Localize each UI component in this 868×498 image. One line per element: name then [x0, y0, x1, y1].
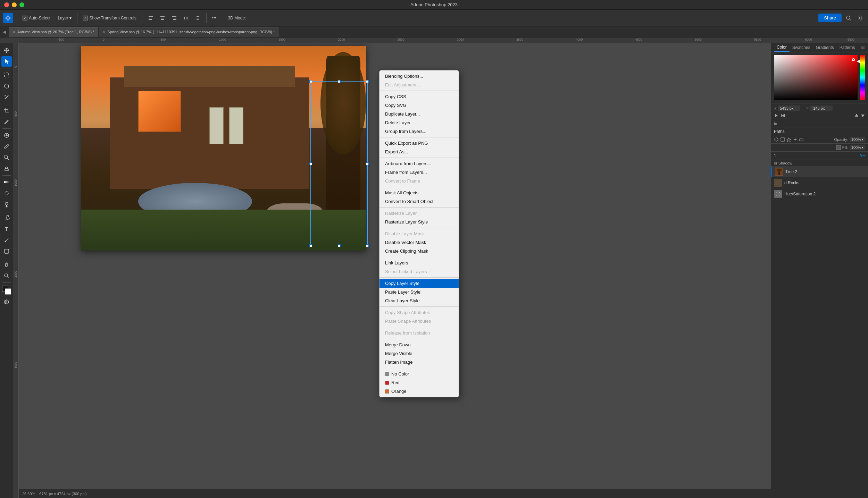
tool-text[interactable]: T: [1, 224, 12, 234]
menu-item-disable-vector-mask[interactable]: Disable Vector Mask: [379, 238, 459, 247]
menu-item-mask-all-objects[interactable]: Mask All Objects: [379, 188, 459, 197]
tab-gradients[interactable]: Gradients: [813, 43, 837, 52]
menu-item-blending-options[interactable]: Blending Options...: [379, 72, 459, 81]
layer-item-rocks[interactable]: d Rocks: [771, 177, 868, 188]
search-button[interactable]: [844, 14, 853, 22]
playback-controls: [774, 113, 865, 118]
lock-icon-1[interactable]: [836, 145, 841, 150]
menu-item-paste-layer-style[interactable]: Paste Layer Style: [379, 288, 459, 296]
tool-move[interactable]: [1, 45, 12, 56]
tool-brush[interactable]: [1, 141, 12, 152]
tab-spring-view[interactable]: ✕ Spring View.psb @ 16.7% (111–1110391_s…: [99, 27, 279, 37]
tool-zoom[interactable]: [1, 271, 12, 281]
path-icon-5[interactable]: [799, 137, 804, 142]
tool-clone[interactable]: [1, 152, 12, 163]
show-transform-toggle[interactable]: ✓ Show Transform Controls: [81, 14, 138, 22]
tool-dodge[interactable]: [1, 199, 12, 210]
color-picker[interactable]: [774, 55, 865, 100]
tool-hand[interactable]: [1, 260, 12, 270]
menu-item-quick-export-as-png[interactable]: Quick Export as PNG: [379, 139, 459, 147]
menu-item-flatten-image[interactable]: Flatten Image: [379, 358, 459, 366]
more-options-button[interactable]: •••: [210, 14, 219, 22]
share-button[interactable]: Share: [818, 14, 842, 22]
auto-select-toggle[interactable]: ✓ Auto-Select:: [20, 14, 53, 22]
tool-blur[interactable]: [1, 188, 12, 199]
move-tool-button[interactable]: [3, 13, 13, 23]
tab-color[interactable]: Color: [774, 43, 790, 52]
tool-eraser[interactable]: [1, 163, 12, 174]
svg-rect-26: [4, 181, 9, 183]
3d-mode[interactable]: 3D Mode:: [226, 14, 248, 22]
tab-collapse-icon[interactable]: ◀: [3, 29, 6, 34]
tool-lasso[interactable]: [1, 81, 12, 91]
menu-item-artboard-from-layers[interactable]: Artboard from Layers...: [379, 159, 459, 168]
close-button[interactable]: [4, 2, 9, 7]
opacity-control[interactable]: 100% ▾: [850, 137, 865, 142]
step-back-icon[interactable]: [781, 113, 786, 118]
tab-autumn-view[interactable]: ✕ Autumn View.psb @ 26.7% (Tree 1, RGB/8…: [9, 27, 98, 37]
up-arrow-icon[interactable]: [854, 113, 859, 118]
settings-button[interactable]: [856, 14, 865, 22]
auto-select-checkbox[interactable]: ✓: [23, 16, 27, 20]
layer-dropdown[interactable]: Layer ▾: [56, 14, 74, 22]
menu-item-frame-from-layers[interactable]: Frame from Layers...: [379, 168, 459, 177]
menu-item-copy-css[interactable]: Copy CSS: [379, 92, 459, 101]
path-icon-2[interactable]: [780, 137, 785, 142]
down-arrow-icon[interactable]: [860, 113, 865, 118]
menu-item-copy-layer-style[interactable]: Copy Layer Style: [379, 279, 459, 288]
tab-patterns[interactable]: Patterns: [837, 43, 858, 52]
tool-wand[interactable]: [1, 92, 12, 102]
menu-item-convert-to-smart-object[interactable]: Convert to Smart Object: [379, 197, 459, 206]
color-panel-options[interactable]: [860, 45, 865, 51]
layer-item-tree2[interactable]: Tree 2: [771, 166, 868, 177]
fill-control[interactable]: 100% ▾: [850, 145, 865, 150]
tool-gradient[interactable]: [1, 177, 12, 187]
menu-item-red[interactable]: Red: [379, 378, 459, 387]
menu-item-orange[interactable]: Orange: [379, 387, 459, 396]
tool-healing[interactable]: [1, 130, 12, 141]
transform-checkbox[interactable]: ✓: [83, 16, 88, 20]
tool-path-select[interactable]: [1, 235, 12, 245]
menu-item-group-from-layers[interactable]: Group from Layers...: [379, 127, 459, 136]
tool-shape[interactable]: [1, 246, 12, 256]
menu-item-clear-layer-style[interactable]: Clear Layer Style: [379, 296, 459, 305]
menu-item-export-as[interactable]: Export As...: [379, 147, 459, 156]
tool-pen[interactable]: [1, 213, 12, 223]
path-icon-4[interactable]: [793, 137, 798, 142]
x-value[interactable]: 5433 px: [778, 105, 800, 111]
distribute-v[interactable]: [193, 14, 203, 22]
align-center[interactable]: [158, 14, 167, 22]
foreground-bg-colors[interactable]: [1, 285, 12, 295]
tool-eyedropper[interactable]: [1, 117, 12, 127]
path-icon-3[interactable]: [786, 137, 791, 142]
distribute-h[interactable]: [181, 14, 191, 22]
tool-move-select[interactable]: [1, 56, 12, 67]
menu-item-rasterize-layer-style[interactable]: Rasterize Layer Style: [379, 218, 459, 226]
menu-item-merge-down[interactable]: Merge Down: [379, 340, 459, 349]
hue-slider[interactable]: [860, 55, 865, 100]
menu-item-link-layers[interactable]: Link Layers: [379, 259, 459, 267]
path-icon-1[interactable]: [774, 137, 779, 142]
tool-crop[interactable]: [1, 105, 12, 116]
tool-quick-mask[interactable]: [1, 297, 12, 307]
tab-swatches[interactable]: Swatches: [790, 43, 813, 52]
y-value[interactable]: -146 px: [810, 105, 833, 111]
right-panel: Color Swatches Gradients Patterns: [771, 43, 868, 498]
minimize-button[interactable]: [12, 2, 17, 7]
fx-button[interactable]: fx+: [860, 153, 865, 158]
align-right[interactable]: [169, 14, 179, 22]
tool-marquee[interactable]: [1, 70, 12, 80]
tab-close-spring[interactable]: ✕: [103, 30, 106, 34]
align-left[interactable]: [146, 14, 156, 22]
tab-close-autumn[interactable]: ✕: [12, 30, 15, 34]
layer-item-hue[interactable]: Hue/Saturation 2: [771, 188, 868, 200]
menu-item-duplicate-layer[interactable]: Duplicate Layer...: [379, 110, 459, 118]
menu-item-delete-layer[interactable]: Delete Layer: [379, 118, 459, 127]
menu-item-merge-visible[interactable]: Merge Visible: [379, 349, 459, 358]
play-icon[interactable]: [774, 113, 779, 118]
menu-item-no-color[interactable]: No Color: [379, 370, 459, 378]
menu-item-create-clipping-mask[interactable]: Create Clipping Mask: [379, 247, 459, 255]
canvas-area[interactable]: Blending Options...Edit Adjustment...Cop…: [19, 43, 771, 498]
menu-item-copy-svg[interactable]: Copy SVG: [379, 101, 459, 110]
maximize-button[interactable]: [19, 2, 24, 7]
